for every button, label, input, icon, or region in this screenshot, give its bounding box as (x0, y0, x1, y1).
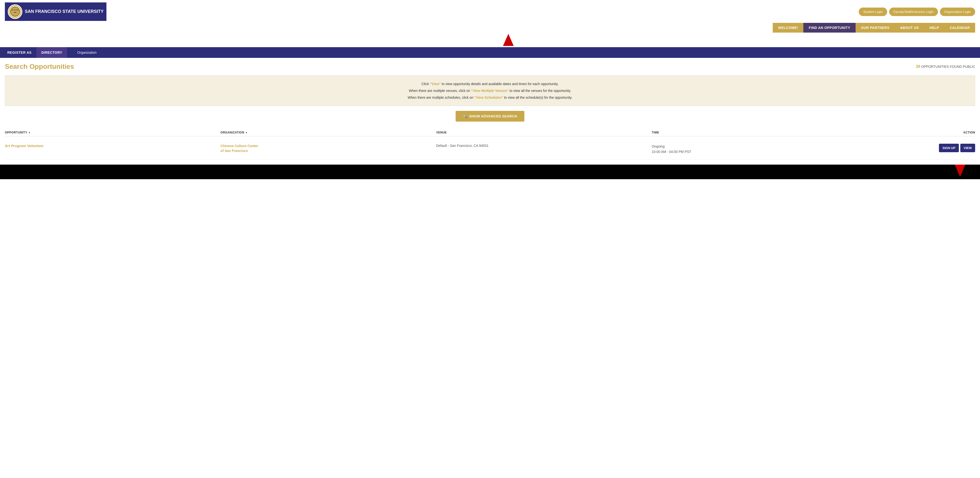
table-row: Art Program Volunteer Chinese Culture Ce… (5, 139, 975, 160)
sort-arrow-icon: ▼ (28, 131, 30, 134)
col-header-time: TIME (652, 131, 867, 134)
action-buttons: SIGN UP VIEW (867, 144, 975, 152)
page-title: Search Opportunities (5, 63, 74, 70)
main-nav: WELCOME! FIND AN OPPORTUNITY OUR PARTNER… (5, 23, 975, 33)
svg-text:1899: 1899 (14, 12, 16, 13)
nav-find-opportunity[interactable]: FIND AN OPPORTUNITY (803, 23, 856, 33)
info-line-2: When there are multiple venues, click on… (10, 87, 970, 94)
login-buttons-area: Student Login Faculty/Staff/Instructor L… (859, 8, 975, 16)
nav-help[interactable]: HELP (924, 23, 944, 33)
svg-text:SF STATE: SF STATE (12, 9, 19, 11)
view-multiple-venues-hint: "View Multiple Venues" (471, 89, 509, 92)
venue-text: Default - San Francisco, CA 94501 (436, 144, 652, 148)
directory-tab[interactable]: DIRECTORY (37, 47, 67, 58)
opportunities-count: 39 OPPORTUNITIES FOUND PUBLIC (916, 64, 975, 69)
nav-calendar[interactable]: CALENDAR (944, 23, 975, 33)
count-number: 39 (916, 64, 920, 69)
opportunity-name-link[interactable]: Art Program Volunteer (5, 144, 220, 148)
nav-arrow-annotation (0, 33, 980, 47)
sub-navigation: REGISTER AS DIRECTORY Organization (0, 47, 980, 58)
info-box: Click "View" to view opportunity details… (5, 75, 975, 106)
faculty-login-button[interactable]: Faculty/Staff/Instructor Login (889, 8, 938, 16)
info-line-1: Click "View" to view opportunity details… (10, 80, 970, 87)
page-header: SF STATE 1899 SAN FRANCISCO STATE UNIVER… (0, 0, 980, 21)
organization-link[interactable]: Organization (72, 47, 101, 58)
down-arrow-icon (955, 165, 966, 177)
student-login-button[interactable]: Student Login (859, 8, 887, 16)
col-header-opportunity[interactable]: OPPORTUNITY ▼ (5, 131, 220, 134)
logo-area: SF STATE 1899 SAN FRANCISCO STATE UNIVER… (5, 2, 107, 21)
bottom-bar (0, 165, 980, 179)
search-btn-container: 🔍 SHOW ADVANCED SEARCH (5, 111, 975, 121)
search-icon: 🔍 (463, 114, 467, 118)
nav-our-partners[interactable]: OUR PARTNERS (856, 23, 895, 33)
view-button[interactable]: VIEW (960, 144, 975, 152)
view-schedules-hint: "View Schedules" (474, 96, 503, 99)
register-as-tab[interactable]: REGISTER AS (2, 47, 37, 58)
nav-welcome[interactable]: WELCOME! (773, 23, 803, 33)
up-arrow-icon (503, 34, 514, 46)
main-content: Search Opportunities 39 OPPORTUNITIES FO… (0, 58, 980, 165)
time-text: Ongoing 10:00 AM - 04:00 PM PST (652, 144, 867, 155)
col-header-organization[interactable]: ORGANIZATION ▼ (220, 131, 436, 134)
col-header-action: ACTION (867, 131, 975, 134)
show-advanced-search-button[interactable]: 🔍 SHOW ADVANCED SEARCH (456, 111, 525, 121)
org-login-button[interactable]: Organization Login (940, 8, 975, 16)
col-header-venue: VENUE (436, 131, 652, 134)
logo-box: SF STATE 1899 SAN FRANCISCO STATE UNIVER… (5, 2, 107, 21)
search-header: Search Opportunities 39 OPPORTUNITIES FO… (5, 63, 975, 70)
sort-arrow-icon-org: ▼ (245, 131, 248, 134)
info-line-3: When there are multiple schedules, click… (10, 94, 970, 101)
count-label: OPPORTUNITIES FOUND PUBLIC (921, 65, 975, 69)
nav-about-us[interactable]: ABOUT US (895, 23, 924, 33)
table-header: OPPORTUNITY ▼ ORGANIZATION ▼ VENUE TIME … (5, 129, 975, 136)
university-name: SAN FRANCISCO STATE UNIVERSITY (25, 9, 103, 14)
organization-name-link[interactable]: Chinese Culture Center of San Francisco (220, 144, 436, 153)
university-seal: SF STATE 1899 (8, 4, 22, 19)
sign-up-button[interactable]: SIGN UP (939, 144, 959, 152)
view-link-hint: "View" (430, 82, 441, 86)
